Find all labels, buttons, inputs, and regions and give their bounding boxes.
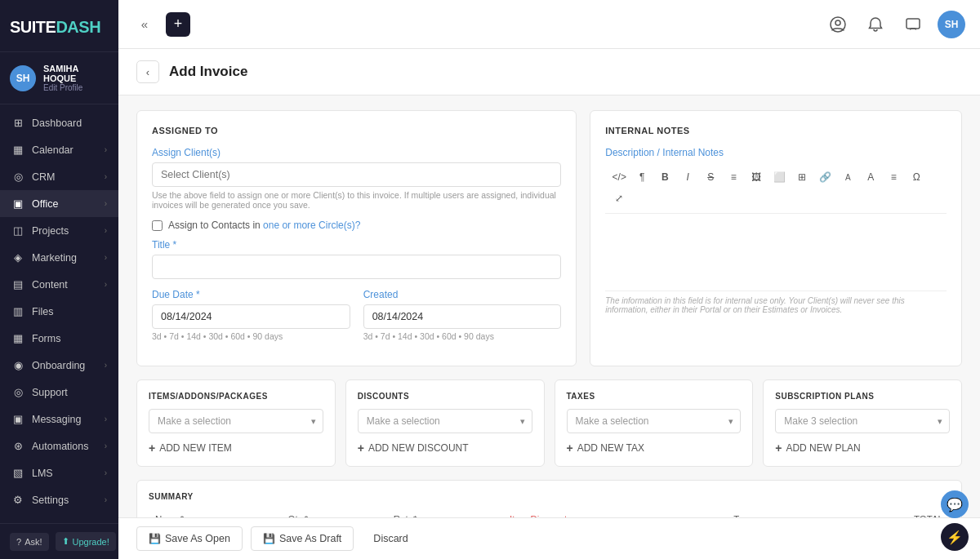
client-field-group: Assign Client(s) Use the above field to …: [152, 147, 561, 210]
bold-btn[interactable]: B: [654, 167, 675, 187]
paragraph-btn[interactable]: ¶: [631, 167, 653, 187]
strikethrough-btn[interactable]: S: [700, 167, 721, 187]
sidebar-item-support[interactable]: ◎ Support: [0, 379, 118, 406]
save-as-draft-button[interactable]: 💾 Save As Draft: [251, 526, 354, 551]
sidebar-item-label: CRM: [32, 171, 55, 183]
due-date-group: Due Date * 3d • 7d • 14d • 30d • 60d • 9…: [152, 289, 350, 341]
assigned-to-card: ASSIGNED TO Assign Client(s) Use the abo…: [136, 110, 577, 366]
media-btn[interactable]: ⬜: [768, 167, 790, 187]
client-input[interactable]: [152, 162, 561, 187]
circle-checkbox[interactable]: [152, 220, 163, 231]
taxes-select[interactable]: Make a selection: [567, 409, 742, 433]
font-color-btn[interactable]: A: [860, 167, 881, 187]
sidebar-item-projects[interactable]: ◫ Projects ›: [0, 217, 118, 244]
sidebar-item-marketing[interactable]: ◈ Marketing ›: [0, 244, 118, 271]
ask-button[interactable]: ? Ask!: [10, 533, 49, 551]
summary-card: SUMMARY Name* Qty.* Rate* Item Discount …: [136, 480, 962, 517]
svg-rect-2: [906, 19, 920, 29]
add-plan-button[interactable]: + ADD NEW PLAN: [775, 441, 861, 455]
sidebar-item-automations[interactable]: ⊛ Automations ›: [0, 433, 118, 459]
collapse-button[interactable]: «: [133, 13, 156, 36]
items-select-wrap: Make a selection: [149, 409, 323, 433]
plus-icon: +: [775, 441, 782, 455]
created-input[interactable]: [363, 304, 562, 329]
chat-widget[interactable]: 💬: [941, 490, 969, 518]
sidebar-item-office[interactable]: ▣ Office ›: [0, 190, 118, 217]
notes-toolbar: </> ¶ B I S ≡ 🖼 ⬜ ⊞ 🔗 A A ≡ Ω: [605, 162, 947, 214]
sidebar-item-label: Files: [32, 306, 53, 317]
settings-icon: ⚙: [11, 494, 24, 506]
add-item-button[interactable]: + ADD NEW ITEM: [149, 441, 232, 455]
sidebar-item-crm[interactable]: ◎ CRM ›: [0, 163, 118, 190]
form-area: ASSIGNED TO Assign Client(s) Use the abo…: [118, 95, 980, 517]
sidebar-item-label: Office: [32, 198, 58, 210]
content-area: ASSIGNED TO Assign Client(s) Use the abo…: [118, 95, 980, 517]
edit-profile-link[interactable]: Edit Profile: [43, 83, 109, 92]
notes-content-area[interactable]: [605, 219, 947, 284]
office-icon: ▣: [11, 197, 24, 210]
fullscreen-btn[interactable]: ⤢: [608, 189, 630, 208]
sidebar-item-label: Projects: [32, 225, 69, 237]
code-btn[interactable]: </>: [608, 167, 630, 187]
plans-select-wrap: Make 3 selection: [775, 409, 950, 433]
chevron-icon: ›: [105, 495, 107, 504]
sidebar-item-lms[interactable]: ▧ LMS ›: [0, 459, 118, 486]
content-icon: ▤: [11, 278, 24, 291]
sidebar-item-files[interactable]: ▥ Files: [0, 298, 118, 325]
chat-icon[interactable]: [900, 11, 926, 38]
plans-select[interactable]: Make 3 selection: [775, 409, 950, 433]
col-total: TOTAL: [815, 509, 950, 517]
plus-icon: +: [174, 16, 183, 33]
automations-icon: ⊛: [11, 440, 24, 452]
sidebar-item-label: Calendar: [32, 144, 74, 156]
sidebar-item-settings[interactable]: ⚙ Settings ›: [0, 486, 118, 513]
back-button[interactable]: ‹: [136, 60, 159, 83]
special-char-btn[interactable]: Ω: [906, 167, 927, 187]
sidebar-item-forms[interactable]: ▦ Forms: [0, 325, 118, 352]
font-size-btn[interactable]: A: [837, 167, 858, 187]
user-profile[interactable]: SH SAMIHA HOQUE Edit Profile: [0, 52, 118, 104]
table-btn[interactable]: ⊞: [791, 167, 813, 187]
sidebar-item-dashboard[interactable]: ⊞ Dashboard: [0, 109, 118, 136]
list-btn[interactable]: ≡: [723, 167, 744, 187]
discard-button[interactable]: Discard: [362, 527, 419, 550]
taxes-label: TAXES: [567, 392, 742, 401]
italic-btn[interactable]: I: [677, 167, 698, 187]
items-select[interactable]: Make a selection: [149, 409, 323, 433]
title-input[interactable]: [152, 255, 561, 279]
taxes-card: TAXES Make a selection + ADD NEW TAX: [555, 379, 754, 467]
sidebar-item-onboarding[interactable]: ◉ Onboarding ›: [0, 352, 118, 379]
col-rate: Rate*: [387, 509, 503, 517]
add-button[interactable]: +: [166, 12, 190, 37]
collapse-icon: «: [141, 17, 148, 31]
sidebar-item-messaging[interactable]: ▣ Messaging ›: [0, 406, 118, 433]
add-tax-button[interactable]: + ADD NEW TAX: [567, 441, 644, 455]
plus-icon: +: [567, 441, 573, 455]
plans-card: SUBSCRIPTION PLANS Make 3 selection + AD…: [763, 379, 962, 467]
align-btn[interactable]: ≡: [883, 167, 904, 187]
client-label: Assign Client(s): [152, 147, 561, 158]
user-circle-icon[interactable]: [825, 11, 851, 38]
lightning-widget[interactable]: ⚡: [941, 523, 969, 551]
upgrade-icon: ⬆: [62, 536, 69, 547]
circle-link[interactable]: one or more Circle(s)?: [263, 220, 360, 231]
image-btn[interactable]: 🖼: [746, 167, 767, 187]
title-field-group: Title *: [152, 239, 561, 279]
upgrade-button[interactable]: ⬆ Upgrade!: [56, 532, 116, 551]
due-date-shortcuts: 3d • 7d • 14d • 30d • 60d • 90 days: [152, 331, 350, 341]
chat-widget-icon: 💬: [947, 497, 963, 512]
sidebar-item-content[interactable]: ▤ Content ›: [0, 271, 118, 298]
add-discount-button[interactable]: + ADD NEW DISCOUNT: [358, 441, 469, 455]
calendar-icon: ▦: [11, 144, 24, 156]
circle-checkbox-row: Assign to Contacts in one or more Circle…: [152, 220, 561, 231]
link-btn[interactable]: 🔗: [814, 167, 835, 187]
save-as-open-button[interactable]: 💾 Save As Open: [136, 526, 243, 551]
sidebar-item-calendar[interactable]: ▦ Calendar ›: [0, 136, 118, 163]
due-date-input[interactable]: [152, 304, 350, 329]
topbar-avatar[interactable]: SH: [938, 11, 965, 38]
chevron-icon: ›: [105, 172, 107, 181]
discounts-select[interactable]: Make a selection: [358, 409, 532, 433]
sidebar-bottom: ? Ask! ⬆ Upgrade!: [0, 523, 118, 559]
bell-icon[interactable]: [862, 11, 889, 38]
sidebar-item-label: Marketing: [32, 252, 77, 264]
